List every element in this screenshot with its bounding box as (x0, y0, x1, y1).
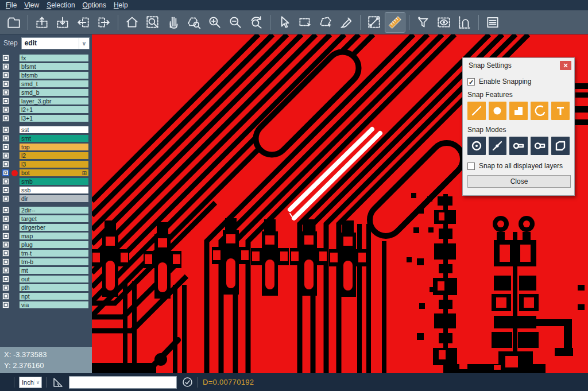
layer-visibility-checkbox[interactable] (2, 195, 9, 202)
layer-visibility-checkbox[interactable] (2, 80, 9, 87)
layer-row[interactable]: top (0, 143, 92, 151)
layer-visibility-checkbox[interactable] (2, 284, 9, 291)
layer-visibility-checkbox[interactable] (2, 207, 9, 214)
layer-row[interactable]: smb (0, 177, 92, 185)
layer-row[interactable]: l2+1 (0, 106, 92, 114)
layer-color-bar[interactable]: smb (19, 177, 89, 185)
snap-slot-outline-button[interactable] (531, 137, 549, 155)
layer-visibility-checkbox[interactable] (2, 144, 9, 150)
layer-visibility-checkbox[interactable] (2, 72, 9, 79)
enable-snapping-checkbox[interactable] (467, 78, 475, 86)
layer-row[interactable]: tm-b (0, 258, 92, 266)
layer-color-bar[interactable]: top (19, 143, 89, 151)
menu-help[interactable]: Help (113, 0, 134, 10)
zoom-reset-icon[interactable] (246, 13, 266, 32)
layer-color-bar[interactable]: tm-b (19, 258, 89, 266)
snap-point-button[interactable] (489, 137, 507, 155)
snap-center-button[interactable] (467, 137, 486, 155)
layer-visibility-checkbox[interactable] (2, 161, 9, 168)
snap-line-button[interactable] (467, 102, 486, 120)
grid-icon[interactable] (82, 170, 88, 176)
layer-color-bar[interactable]: tm-t (19, 249, 89, 257)
layer-row[interactable]: smt (0, 134, 92, 142)
layer-color-bar[interactable]: pth (19, 284, 89, 292)
paste-up-icon[interactable] (32, 13, 52, 32)
layer-visibility-checkbox[interactable] (2, 126, 9, 133)
layer-color-bar[interactable]: l3 (19, 160, 89, 168)
zoom-in-icon[interactable] (205, 13, 225, 32)
layer-visibility-checkbox[interactable] (2, 233, 9, 239)
layer-visibility-checkbox[interactable] (2, 250, 9, 257)
layer-row[interactable]: sst (0, 126, 92, 134)
layer-visibility-checkbox[interactable] (2, 55, 9, 61)
layer-visibility-checkbox[interactable] (2, 98, 9, 104)
layer-panel-icon[interactable] (483, 13, 502, 32)
layer-visibility-checkbox[interactable] (2, 267, 9, 274)
layer-visibility-checkbox[interactable] (2, 187, 9, 193)
layer-visibility-checkbox[interactable] (2, 169, 9, 176)
layer-visibility-checkbox[interactable] (2, 152, 9, 159)
select-cursor-icon[interactable] (274, 13, 294, 32)
layer-row[interactable]: layer_3.gbr (0, 97, 92, 105)
layer-visibility-checkbox[interactable] (2, 241, 9, 248)
snap-surface-button[interactable] (509, 102, 528, 120)
layer-row[interactable]: dir (0, 195, 92, 203)
layer-row[interactable]: mt (0, 266, 92, 274)
layer-color-bar[interactable]: smt (19, 134, 89, 142)
layer-color-bar[interactable]: smd_b (19, 88, 89, 96)
dialog-title-bar[interactable]: Snap Settings (463, 58, 574, 72)
layer-visibility-checkbox[interactable] (2, 215, 9, 222)
layer-row[interactable]: via (0, 301, 92, 309)
zoom-polygon-icon[interactable] (184, 13, 204, 32)
layer-visibility-checkbox[interactable] (2, 301, 9, 308)
layer-row[interactable]: map (0, 232, 92, 240)
close-button[interactable]: Close (467, 175, 571, 188)
home-view-icon[interactable] (122, 13, 142, 32)
layer-row[interactable]: smd_b (0, 88, 92, 96)
layer-color-bar[interactable]: mt (19, 266, 89, 274)
layer-row[interactable]: 2dir-- (0, 206, 92, 214)
select-rectangle-icon[interactable] (295, 13, 315, 32)
layer-visibility-checkbox[interactable] (2, 224, 9, 231)
layer-color-bar[interactable]: smd_t (19, 80, 89, 88)
layer-color-bar[interactable]: fx (19, 54, 89, 62)
menu-selection[interactable]: Selection (45, 0, 81, 10)
select-polygon-icon[interactable] (316, 13, 335, 32)
layer-visibility-checkbox[interactable] (2, 63, 9, 70)
filter-icon[interactable] (413, 13, 433, 32)
measure-input[interactable] (69, 376, 177, 389)
select-brush-icon[interactable] (336, 13, 356, 32)
layer-row[interactable]: ssb (0, 186, 92, 194)
layer-color-bar[interactable]: dir (19, 195, 89, 203)
layer-color-bar[interactable]: out (19, 275, 89, 283)
layer-color-bar[interactable]: l2 (19, 152, 89, 160)
layer-color-bar[interactable]: ssb (19, 186, 89, 194)
layer-color-bar[interactable]: bot (19, 169, 89, 177)
zoom-window-icon[interactable] (143, 13, 163, 32)
layer-visibility-checkbox[interactable] (2, 115, 9, 122)
snap-arc-button[interactable] (531, 102, 549, 120)
layer-color-bar[interactable]: map (19, 232, 89, 240)
snap-all-layers-checkbox[interactable] (467, 162, 475, 170)
layer-row[interactable]: l2 (0, 152, 92, 160)
paste-right-icon[interactable] (94, 13, 114, 32)
layer-row[interactable]: smd_t (0, 80, 92, 88)
layer-visibility-checkbox[interactable] (2, 178, 9, 185)
layer-visibility-checkbox[interactable] (2, 135, 9, 142)
measure-ruler-icon[interactable] (385, 13, 405, 32)
snap-magnet-icon[interactable] (455, 13, 474, 32)
angle-measure-icon[interactable] (52, 376, 64, 389)
layer-row[interactable]: bot (0, 169, 92, 177)
paste-down-icon[interactable] (53, 13, 72, 32)
menu-file[interactable]: File (5, 0, 23, 10)
layer-visibility-checkbox[interactable] (2, 276, 9, 282)
layer-color-bar[interactable]: l2+1 (19, 106, 89, 114)
layer-color-bar[interactable]: layer_3.gbr (19, 97, 89, 105)
unit-dropdown[interactable]: Inch ∨ (19, 377, 42, 388)
snap-text-button[interactable] (551, 102, 570, 120)
layer-row[interactable]: target (0, 215, 92, 223)
apply-check-icon[interactable] (182, 377, 193, 388)
layer-color-bar[interactable]: sst (19, 126, 89, 134)
layer-row[interactable]: npt (0, 292, 92, 300)
view-options-icon[interactable] (434, 13, 454, 32)
